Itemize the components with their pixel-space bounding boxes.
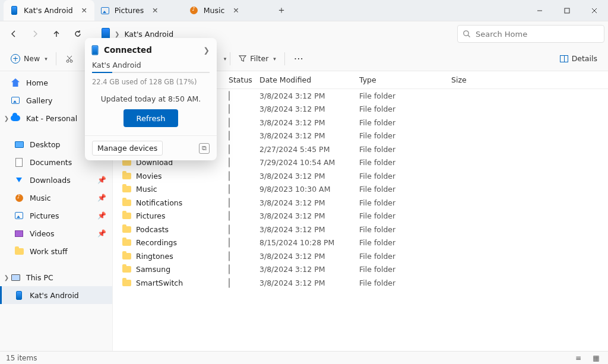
more-button[interactable]: ⋯: [289, 50, 308, 68]
device-status-icon: [229, 131, 230, 141]
filter-label: Filter: [250, 54, 268, 63]
sidebar-item-label: Downloads: [30, 176, 71, 185]
close-window-button[interactable]: [581, 0, 608, 21]
file-date: 3/8/2024 3:12 PM: [259, 131, 359, 140]
pc-icon: [11, 274, 20, 281]
search-box[interactable]: [457, 25, 604, 43]
close-icon[interactable]: ✕: [232, 7, 240, 15]
table-row[interactable]: Pictures3/8/2024 3:12 PMFile folder: [113, 210, 608, 223]
table-row[interactable]: Recordings8/15/2024 10:28 PMFile folder: [113, 236, 608, 250]
sidebar-item-thispc[interactable]: ❯This PC: [0, 268, 112, 286]
plus-circle-icon: +: [11, 54, 20, 64]
maximize-button[interactable]: [553, 0, 581, 21]
new-button[interactable]: + New ▾: [6, 50, 52, 68]
documents-icon: [15, 158, 23, 167]
device-status-icon: [229, 211, 230, 221]
file-name: Pictures: [136, 211, 166, 220]
folder-icon: [122, 186, 131, 192]
refresh-button[interactable]: Refresh: [124, 109, 178, 127]
tab-pictures[interactable]: Pictures ✕: [94, 0, 183, 21]
cut-button[interactable]: [60, 50, 79, 68]
breadcrumb-current[interactable]: Kat's Android: [124, 30, 173, 39]
chevron-down-icon: ▾: [224, 56, 227, 62]
device-status-icon: [229, 118, 230, 128]
new-tab-button[interactable]: ＋: [273, 0, 290, 21]
file-date: 3/8/2024 3:12 PM: [259, 265, 359, 274]
search-input[interactable]: [476, 30, 599, 39]
table-row[interactable]: Notifications3/8/2024 3:12 PMFile folder: [113, 196, 608, 210]
device-status-icon: [229, 264, 230, 274]
pin-icon[interactable]: 📌: [97, 229, 106, 238]
sidebar-item-workstuff[interactable]: Work stuff: [0, 242, 112, 260]
table-row[interactable]: SmartSwitch3/8/2024 3:12 PMFile folder: [113, 276, 608, 290]
chevron-right-icon[interactable]: ❯: [2, 274, 11, 281]
sidebar-item-label: Videos: [30, 229, 55, 238]
details-button[interactable]: Details: [555, 50, 602, 68]
phone-icon: [10, 6, 19, 15]
sidebar-item-katsandroid[interactable]: Kat's Android: [0, 286, 112, 304]
storage-bar: [92, 72, 210, 73]
folder-icon: [122, 253, 131, 259]
file-date: 3/8/2024 3:12 PM: [259, 211, 359, 220]
close-icon[interactable]: ✕: [80, 7, 88, 15]
table-row[interactable]: Music9/8/2023 10:30 AMFile folder: [113, 183, 608, 197]
column-header-date[interactable]: Date Modified: [259, 75, 359, 84]
device-status-icon: [229, 198, 230, 208]
phone-icon: [92, 45, 99, 55]
manage-devices-button[interactable]: Manage devices: [92, 141, 163, 156]
music-icon: [15, 194, 23, 202]
column-header-size[interactable]: Size: [451, 75, 608, 84]
sidebar-item-label: Documents: [30, 158, 72, 167]
list-view-button[interactable]: ≡: [572, 353, 584, 363]
table-row[interactable]: Ringtones3/8/2024 3:12 PMFile folder: [113, 249, 608, 263]
thumb-view-button[interactable]: ▦: [590, 353, 602, 363]
device-status-icon: [229, 91, 230, 101]
file-type: File folder: [359, 238, 451, 247]
pictures-icon: [15, 212, 23, 219]
gallery-icon: [11, 97, 20, 104]
column-header-status[interactable]: Status: [229, 75, 259, 84]
tab-label: Kat's Android: [24, 6, 73, 15]
forward-button[interactable]: [25, 25, 45, 43]
up-button[interactable]: [46, 25, 66, 43]
flyout-title: Connected: [104, 45, 152, 55]
pin-icon[interactable]: 📌: [97, 176, 106, 184]
file-date: 3/8/2024 3:12 PM: [259, 172, 359, 181]
sidebar-item-label: Kat's Android: [30, 291, 79, 300]
column-header-type[interactable]: Type: [359, 75, 451, 84]
chevron-right-icon[interactable]: ❯: [112, 31, 122, 37]
sidebar-item-music[interactable]: Music📌: [0, 189, 112, 207]
pin-icon[interactable]: 📌: [97, 211, 106, 220]
item-count: 15 items: [6, 354, 37, 362]
minimize-button[interactable]: [526, 0, 553, 21]
svg-point-4: [464, 31, 468, 36]
table-row[interactable]: Podcasts3/8/2024 3:12 PMFile folder: [113, 223, 608, 236]
table-row[interactable]: Movies3/8/2024 3:12 PMFile folder: [113, 169, 608, 183]
sidebar-item-videos[interactable]: Videos📌: [0, 224, 112, 242]
tab-music[interactable]: Music ✕: [183, 0, 273, 21]
cross-device-icon[interactable]: ⧉: [199, 143, 210, 154]
file-date: 3/8/2024 3:12 PM: [259, 252, 359, 261]
tab-kats-android[interactable]: Kat's Android ✕: [4, 0, 94, 21]
chevron-right-icon[interactable]: ❯: [204, 46, 210, 55]
pin-icon[interactable]: 📌: [97, 194, 106, 202]
sidebar-item-label: Music: [30, 194, 51, 202]
sidebar-item-label: Work stuff: [30, 247, 68, 256]
folder-icon: [122, 280, 131, 286]
pictures-icon: [100, 6, 110, 15]
filter-button[interactable]: Filter ▾: [234, 50, 281, 68]
file-date: 8/15/2024 10:28 PM: [259, 238, 359, 247]
sidebar-item-downloads[interactable]: Downloads📌: [0, 171, 112, 189]
chevron-right-icon[interactable]: ❯: [2, 115, 11, 122]
flyout-device-name: Kat's Android: [92, 61, 210, 69]
sidebar-item-pictures[interactable]: Pictures📌: [0, 207, 112, 224]
file-type: File folder: [359, 225, 451, 234]
table-row[interactable]: Samsung3/8/2024 3:12 PMFile folder: [113, 263, 608, 277]
close-icon[interactable]: ✕: [151, 7, 159, 15]
phone-icon: [16, 291, 22, 300]
music-icon: [189, 6, 199, 15]
folder-icon: [122, 239, 131, 246]
back-button[interactable]: [4, 25, 24, 43]
device-status-icon: [229, 224, 230, 235]
search-icon: [463, 30, 471, 38]
